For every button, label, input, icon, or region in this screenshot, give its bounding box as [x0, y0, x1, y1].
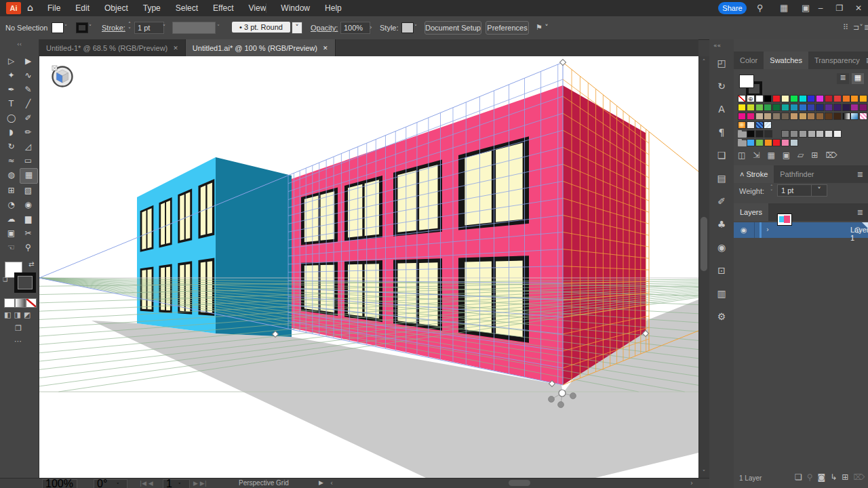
collect-for-export-icon[interactable]: ❏: [795, 472, 802, 482]
swatch[interactable]: [850, 95, 859, 102]
paintbrush-tool[interactable]: ✐: [20, 111, 37, 125]
panel-fill-proxy[interactable]: [739, 75, 754, 88]
hscroll-left-icon[interactable]: ‹: [330, 479, 333, 487]
brush-definition-dropdown[interactable]: • 3 pt. Round: [232, 22, 290, 33]
swatch[interactable]: [772, 104, 781, 111]
artboards-panel-icon[interactable]: ❏: [709, 150, 734, 161]
menu-object[interactable]: Object: [104, 3, 128, 13]
shaper-tool[interactable]: ◗: [3, 125, 20, 140]
align-panel-icon[interactable]: ▥: [709, 288, 734, 299]
swatch[interactable]: [781, 130, 789, 138]
swatch-options-icon[interactable]: ▣: [783, 150, 790, 160]
line-segment-tool[interactable]: ╱: [20, 97, 37, 111]
document-setup-button[interactable]: Document Setup: [425, 21, 481, 35]
panel-dock-icon[interactable]: ⊐˅: [853, 23, 863, 32]
swatch[interactable]: [816, 113, 824, 120]
eyedropper-tool[interactable]: ◔: [3, 198, 20, 212]
swatch[interactable]: [859, 95, 867, 102]
opacity-link[interactable]: Opacity:: [311, 24, 338, 32]
hand-tool[interactable]: ☜: [3, 241, 20, 255]
document-tab[interactable]: Untitled-1* @ 68.5 % (RGB/Preview)✕: [39, 39, 186, 56]
swatch[interactable]: [799, 95, 807, 102]
swatch[interactable]: [790, 130, 798, 138]
blend-tool[interactable]: ◉: [20, 198, 37, 212]
mesh-tool[interactable]: ⊞: [3, 184, 20, 198]
swatch[interactable]: ⊕: [747, 95, 755, 102]
swatch[interactable]: [772, 95, 781, 102]
stroke-color-swatch[interactable]: [76, 22, 88, 33]
free-transform-tool[interactable]: ▭: [20, 154, 37, 168]
weight-value-box[interactable]: 1 pt: [777, 184, 815, 197]
swatch[interactable]: [747, 104, 755, 111]
swatch[interactable]: [816, 95, 824, 102]
touch-workspace-icon[interactable]: ⠿: [843, 23, 848, 32]
minimize-button[interactable]: –: [811, 0, 830, 16]
swatch[interactable]: [850, 113, 859, 120]
layer-target-icon[interactable]: ○: [854, 225, 861, 234]
width-tool[interactable]: ≈: [3, 154, 20, 168]
tab-close-icon[interactable]: ✕: [323, 45, 328, 52]
swatch[interactable]: [799, 113, 807, 120]
swatch[interactable]: [738, 113, 746, 120]
style-swatch[interactable]: [401, 22, 414, 33]
status-expand-icon[interactable]: ▶: [319, 479, 323, 486]
swatch-group-folder-icon[interactable]: [738, 140, 747, 146]
layers-menu-icon[interactable]: ≣: [857, 203, 868, 221]
column-graph-tool[interactable]: ▆: [20, 212, 37, 226]
swatch[interactable]: [781, 113, 789, 120]
swatch[interactable]: [764, 121, 772, 129]
swatch[interactable]: [790, 95, 798, 102]
swatch[interactable]: [842, 113, 850, 120]
document-tab[interactable]: Untitled1.ai* @ 100 % (RGB/Preview)✕: [186, 39, 336, 56]
swatch[interactable]: [799, 104, 807, 111]
swatch[interactable]: [790, 104, 798, 111]
swatch[interactable]: [807, 95, 815, 102]
tab-swatches[interactable]: Swatches: [764, 52, 808, 69]
swatch[interactable]: [825, 130, 833, 138]
type-tool[interactable]: T: [3, 97, 20, 111]
weight-stepper[interactable]: ˄˅: [770, 185, 773, 195]
swatch[interactable]: [799, 130, 807, 138]
perspective-grid-tool[interactable]: ▦: [20, 168, 38, 184]
last-artboard-icon[interactable]: ▶ ▶|: [193, 480, 207, 487]
close-button[interactable]: ✕: [849, 0, 868, 16]
new-swatch-icon[interactable]: ⊞: [811, 150, 818, 160]
menu-view[interactable]: View: [249, 3, 267, 13]
layer-expand-icon[interactable]: ›: [766, 226, 769, 233]
brush-dropdown-icon[interactable]: ˅: [292, 22, 302, 34]
tab-stroke[interactable]: ˄ Stroke: [734, 165, 774, 183]
tab-transparency[interactable]: Transparency: [808, 52, 866, 69]
rotate-tool[interactable]: ↻: [3, 140, 20, 154]
rotation-box[interactable]: 0° ˅: [94, 479, 127, 488]
search-icon[interactable]: ⚲: [757, 3, 764, 13]
swatch[interactable]: [842, 95, 850, 102]
stroke-proxy-swatch[interactable]: [14, 272, 36, 293]
character-panel-icon[interactable]: A: [709, 104, 734, 115]
swatch[interactable]: [764, 139, 772, 146]
opacity-value[interactable]: 100%: [340, 22, 370, 34]
swatch[interactable]: [833, 95, 842, 102]
menu-edit[interactable]: Edit: [75, 3, 90, 13]
swatch[interactable]: [764, 130, 772, 138]
layer-thumbnail[interactable]: [777, 214, 792, 226]
swatch[interactable]: [808, 130, 816, 138]
swatch[interactable]: [764, 104, 772, 111]
menu-window[interactable]: Window: [281, 3, 310, 13]
swatch[interactable]: [816, 130, 824, 138]
menu-file[interactable]: File: [47, 3, 60, 13]
symbol-sprayer-tool[interactable]: ☁: [3, 212, 20, 226]
swatch[interactable]: [833, 113, 842, 120]
selection-tool[interactable]: ▷: [3, 54, 20, 68]
stroke-panel-link[interactable]: Stroke:: [102, 24, 125, 32]
swatch[interactable]: [825, 95, 833, 102]
illustrator-logo-icon[interactable]: Ai: [6, 2, 21, 14]
gradient-mode-button[interactable]: [15, 298, 26, 308]
tab-layers[interactable]: Layers: [734, 203, 768, 221]
menu-help[interactable]: Help: [325, 3, 342, 13]
default-fill-stroke-icon[interactable]: ❏: [3, 277, 7, 283]
scale-tool[interactable]: ◿: [20, 140, 37, 154]
tab-pathfinder[interactable]: Pathfinder: [774, 165, 820, 183]
fill-color-swatch[interactable]: [52, 22, 64, 33]
width-profile-dropdown[interactable]: [172, 22, 216, 34]
curvature-tool[interactable]: ✎: [20, 83, 37, 97]
